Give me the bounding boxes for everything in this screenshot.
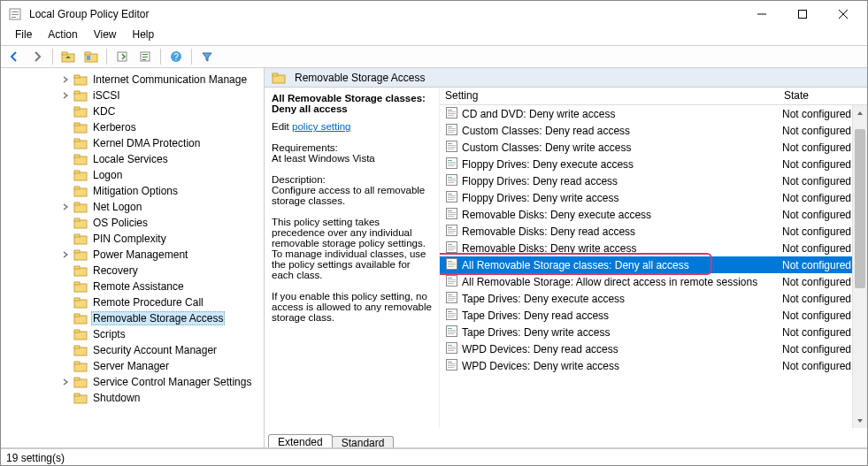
forward-button[interactable] xyxy=(27,47,47,66)
back-button[interactable] xyxy=(4,47,24,66)
tree-item[interactable]: Shutdown xyxy=(1,390,264,406)
svg-rect-69 xyxy=(447,124,457,134)
expand-icon[interactable] xyxy=(58,76,73,83)
tree-item[interactable]: Recovery xyxy=(1,263,264,279)
export-icon[interactable] xyxy=(112,47,132,66)
tree-item[interactable]: Server Manager xyxy=(1,358,264,374)
expand-icon[interactable] xyxy=(58,378,73,386)
folder-icon xyxy=(73,154,88,165)
menu-help[interactable]: Help xyxy=(126,27,162,45)
tree-item[interactable]: Locale Services xyxy=(1,151,264,167)
svg-rect-90 xyxy=(448,194,452,195)
column-state[interactable]: State xyxy=(779,88,867,104)
tree-item[interactable]: Kernel DMA Protection xyxy=(1,135,264,151)
svg-rect-23 xyxy=(74,91,80,94)
refresh-icon[interactable] xyxy=(135,47,155,66)
setting-row[interactable]: All Removable Storage: Allow direct acce… xyxy=(440,273,867,290)
tree-item[interactable]: Remote Procedure Call xyxy=(1,294,264,310)
list-body[interactable]: CD and DVD: Deny write accessNot configu… xyxy=(440,105,867,428)
tree-item[interactable]: Kerberos xyxy=(1,119,264,135)
svg-rect-143 xyxy=(448,367,454,368)
folder-icon xyxy=(73,329,88,340)
tree-item[interactable]: Logon xyxy=(1,167,264,183)
setting-row[interactable]: All Removable Storage classes: Deny all … xyxy=(440,256,867,273)
svg-rect-66 xyxy=(448,111,456,112)
tree-item[interactable]: Service Control Manager Settings xyxy=(1,374,264,390)
svg-rect-133 xyxy=(448,333,454,334)
svg-rect-136 xyxy=(448,347,456,348)
window: Local Group Policy Editor File Action Vi… xyxy=(0,0,868,466)
setting-row[interactable]: Floppy Drives: Deny execute accessNot co… xyxy=(440,156,867,172)
tree[interactable]: Internet Communication ManageiSCSIKDCKer… xyxy=(1,68,264,447)
tree-item[interactable]: Security Account Manager xyxy=(1,342,264,358)
expand-icon[interactable] xyxy=(58,251,73,258)
close-button[interactable] xyxy=(823,1,864,27)
tree-item[interactable]: Mitigation Options xyxy=(1,183,264,199)
folder-icon xyxy=(73,122,88,134)
tree-item[interactable]: Power Management xyxy=(1,247,264,263)
setting-row[interactable]: WPD Devices: Deny write accessNot config… xyxy=(440,357,867,374)
scrollbar[interactable] xyxy=(852,105,867,428)
tree-item[interactable]: iSCSI xyxy=(1,88,264,103)
help-icon[interactable]: ? xyxy=(166,47,186,66)
filter-icon[interactable] xyxy=(197,47,217,66)
column-setting[interactable]: Setting xyxy=(440,88,779,104)
svg-rect-85 xyxy=(448,177,452,178)
menu-view[interactable]: View xyxy=(87,27,124,45)
svg-rect-101 xyxy=(448,229,456,230)
folder-icon xyxy=(73,106,88,118)
setting-row[interactable]: Removable Disks: Deny execute accessNot … xyxy=(440,206,867,223)
svg-rect-122 xyxy=(448,298,456,299)
tree-item[interactable]: Scripts xyxy=(1,326,264,342)
app-icon xyxy=(8,7,22,21)
tree-item[interactable]: Net Logon xyxy=(1,199,264,215)
svg-rect-89 xyxy=(447,191,457,202)
expand-icon[interactable] xyxy=(58,92,73,99)
tab-standard[interactable]: Standard xyxy=(332,436,395,447)
description-body-1: This policy setting takes precedence ove… xyxy=(272,217,432,280)
setting-row[interactable]: Floppy Drives: Deny write accessNot conf… xyxy=(440,189,867,206)
scroll-up-icon[interactable] xyxy=(853,105,867,120)
svg-rect-61 xyxy=(74,393,80,396)
menu-action[interactable]: Action xyxy=(41,27,84,45)
setting-row[interactable]: Removable Disks: Deny write accessNot co… xyxy=(440,240,867,256)
tree-item[interactable]: Removable Storage Access xyxy=(1,310,264,326)
setting-row[interactable]: Tape Drives: Deny read accessNot configu… xyxy=(440,307,867,324)
menu-file[interactable]: File xyxy=(8,27,39,45)
setting-row[interactable]: Tape Drives: Deny write accessNot config… xyxy=(440,324,867,340)
up-icon[interactable] xyxy=(58,47,78,66)
svg-rect-129 xyxy=(447,325,457,336)
tree-item[interactable]: OS Policies xyxy=(1,215,264,231)
policy-icon xyxy=(445,325,458,340)
setting-row[interactable]: Custom Classes: Deny read accessNot conf… xyxy=(440,122,867,139)
maximize-button[interactable] xyxy=(782,1,823,27)
svg-rect-16 xyxy=(142,57,148,57)
svg-rect-128 xyxy=(448,317,454,317)
setting-row[interactable]: Floppy Drives: Deny read accessNot confi… xyxy=(440,172,867,189)
svg-rect-117 xyxy=(448,281,456,282)
minimize-button[interactable] xyxy=(741,1,782,27)
expand-icon[interactable] xyxy=(58,203,73,210)
tab-extended[interactable]: Extended xyxy=(268,434,333,447)
edit-link[interactable]: policy setting xyxy=(292,121,350,132)
svg-rect-80 xyxy=(448,160,452,161)
tree-item[interactable]: Remote Assistance xyxy=(1,279,264,294)
setting-row[interactable]: CD and DVD: Deny write accessNot configu… xyxy=(440,105,867,122)
svg-rect-115 xyxy=(448,278,452,279)
svg-rect-15 xyxy=(142,54,148,55)
show-hide-tree-icon[interactable] xyxy=(81,47,101,66)
scroll-track[interactable] xyxy=(853,120,867,413)
setting-row[interactable]: Tape Drives: Deny execute accessNot conf… xyxy=(440,290,867,307)
setting-row[interactable]: Custom Classes: Deny write accessNot con… xyxy=(440,139,867,156)
scroll-thumb[interactable] xyxy=(855,129,865,288)
svg-rect-45 xyxy=(74,266,80,269)
tree-item[interactable]: KDC xyxy=(1,103,264,119)
tree-item[interactable]: PIN Complexity xyxy=(1,231,264,247)
svg-rect-29 xyxy=(74,139,80,141)
policy-icon xyxy=(445,358,458,374)
setting-row[interactable]: Removable Disks: Deny read accessNot con… xyxy=(440,223,867,240)
tree-item[interactable]: Internet Communication Manage xyxy=(1,72,264,88)
scroll-down-icon[interactable] xyxy=(853,413,867,428)
setting-row[interactable]: WPD Devices: Deny read accessNot configu… xyxy=(440,340,867,357)
svg-rect-3 xyxy=(12,17,16,18)
